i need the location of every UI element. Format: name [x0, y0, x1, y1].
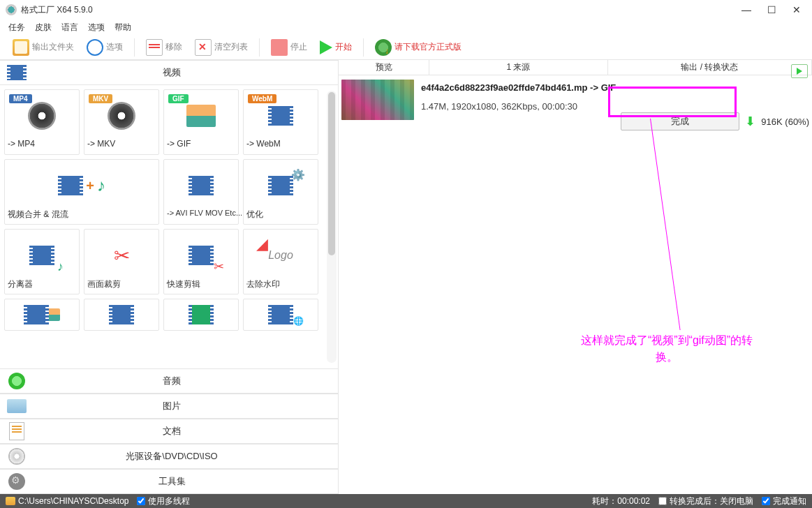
hdr-preview: 预览: [339, 60, 429, 75]
scrollbar[interactable]: [327, 91, 337, 363]
separator: [134, 38, 135, 57]
right-panel: 预览 1 来源 输出 / 转换状态 e4f4a2c6d88223f9ae02ff…: [339, 60, 812, 494]
tile-merge[interactable]: +♪视频合并 & 混流: [4, 159, 159, 225]
left-panel: 视频 MP4-> MP4 MKV-> MKV GIF-> GIF WebM-> …: [0, 60, 339, 494]
tool-icon: [8, 473, 25, 490]
menu-option[interactable]: 选项: [88, 22, 105, 33]
task-size: 916K (60%): [761, 117, 809, 127]
disc-icon: [8, 448, 25, 465]
annotation-text: 这样就完成了“视频”到“gif动图”的转换。: [576, 332, 758, 366]
tile-dewatermark[interactable]: Logo◢去除水印: [243, 229, 318, 294]
cat-video[interactable]: 视频: [0, 60, 338, 85]
menu-lang[interactable]: 语言: [61, 22, 78, 33]
multithread-checkbox[interactable]: 使用多线程: [137, 495, 190, 507]
tile-extra-3[interactable]: [163, 299, 239, 331]
tile-extra-2[interactable]: [84, 299, 159, 331]
titlebar: 格式工厂 X64 5.9.0 — ☐ ✕: [0, 0, 812, 20]
task-row[interactable]: e4f4a2c6d88223f9ae02ffde74bd461.mp -> GI…: [339, 75, 812, 130]
image-icon: [7, 399, 27, 413]
tile-mp4[interactable]: MP4-> MP4: [4, 89, 80, 155]
minimize-button[interactable]: —: [734, 0, 759, 20]
shutdown-after-checkbox[interactable]: 转换完成后：关闭电脑: [658, 495, 753, 507]
tile-splitter[interactable]: ♪分离器: [4, 229, 80, 294]
bottom-categories: 音频 图片 文档 光驱设备\DVD\CD\ISO 工具集: [0, 368, 338, 494]
status-path[interactable]: C:\Users\CHINAYSC\Desktop: [18, 496, 128, 506]
folder-icon: [6, 497, 15, 505]
menu-skin[interactable]: 皮肤: [35, 22, 52, 33]
tile-mkv[interactable]: MKV-> MKV: [84, 89, 159, 155]
audio-icon: [8, 373, 25, 389]
menu-help[interactable]: 帮助: [115, 22, 131, 33]
folder-icon: [13, 39, 29, 56]
download-link[interactable]: 请下载官方正式版: [371, 38, 466, 57]
video-grid: MP4-> MP4 MKV-> MKV GIF-> GIF WebM-> Web…: [0, 85, 338, 368]
separator: [363, 38, 364, 57]
cat-audio[interactable]: 音频: [0, 368, 338, 394]
tile-webm[interactable]: WebM-> WebM: [243, 89, 318, 155]
clear-icon: [195, 39, 212, 56]
arrow-down-icon: ⬇: [745, 114, 755, 129]
hdr-source: 1 来源: [429, 60, 608, 75]
done-button[interactable]: 完成: [621, 112, 739, 130]
tile-fastclip[interactable]: ✂快速剪辑: [163, 229, 239, 294]
film-icon: [7, 65, 27, 80]
tile-extra-1[interactable]: [4, 299, 80, 331]
tile-extra-4[interactable]: 🌐: [243, 299, 318, 331]
menu-task[interactable]: 任务: [8, 22, 25, 33]
options-button[interactable]: 选项: [82, 38, 127, 57]
output-folder-button[interactable]: 输出文件夹: [8, 38, 78, 57]
tile-gif[interactable]: GIF-> GIF: [163, 89, 239, 155]
task-filename: e4f4a2c6d88223f9ae02ffde74bd461.mp -> GI…: [421, 80, 809, 96]
tile-optimize[interactable]: ⚙️优化: [243, 159, 318, 225]
task-header: 预览 1 来源 输出 / 转换状态: [339, 60, 812, 75]
menubar: 任务 皮肤 语言 选项 帮助: [0, 20, 812, 35]
tile-crop[interactable]: ✂画面裁剪: [84, 229, 159, 294]
remove-icon: [146, 39, 163, 56]
tile-avi-etc[interactable]: -> AVI FLV MOV Etc...: [163, 159, 239, 225]
window-title: 格式工厂 X64 5.9.0: [21, 4, 93, 16]
stop-icon: [271, 39, 288, 56]
notify-checkbox[interactable]: 完成通知: [762, 495, 806, 507]
cat-image[interactable]: 图片: [0, 394, 338, 419]
main: 视频 MP4-> MP4 MKV-> MKV GIF-> GIF WebM-> …: [0, 60, 812, 494]
cat-toolset[interactable]: 工具集: [0, 469, 338, 494]
statusbar: C:\Users\CHINAYSC\Desktop 使用多线程 耗时：00:00…: [0, 494, 812, 508]
annotation-arrow: [650, 119, 681, 330]
separator: [259, 38, 260, 57]
app-icon: [6, 4, 17, 15]
elapsed-time: 耗时：00:00:02: [592, 495, 650, 507]
globe-icon: [375, 39, 392, 56]
window-controls: — ☐ ✕: [734, 0, 809, 20]
remove-button[interactable]: 移除: [142, 38, 186, 57]
document-icon: [9, 422, 24, 440]
clear-list-button[interactable]: 清空列表: [191, 38, 252, 57]
gear-icon: [87, 39, 103, 56]
cat-optical[interactable]: 光驱设备\DVD\CD\ISO: [0, 444, 338, 469]
stop-button[interactable]: 停止: [267, 38, 311, 57]
play-preview-button[interactable]: [791, 64, 808, 78]
cat-document[interactable]: 文档: [0, 419, 338, 444]
start-button[interactable]: 开始: [316, 39, 356, 56]
hdr-output: 输出 / 转换状态: [608, 60, 812, 75]
task-thumbnail: [341, 80, 414, 120]
maximize-button[interactable]: ☐: [759, 0, 784, 20]
close-button[interactable]: ✕: [784, 0, 809, 20]
play-icon: [320, 40, 332, 54]
toolbar: 输出文件夹 选项 移除 清空列表 停止 开始 请下载官方正式版: [0, 35, 812, 60]
task-fileinfo: 1.47M, 1920x1080, 362Kbps, 00:00:30: [421, 96, 621, 112]
